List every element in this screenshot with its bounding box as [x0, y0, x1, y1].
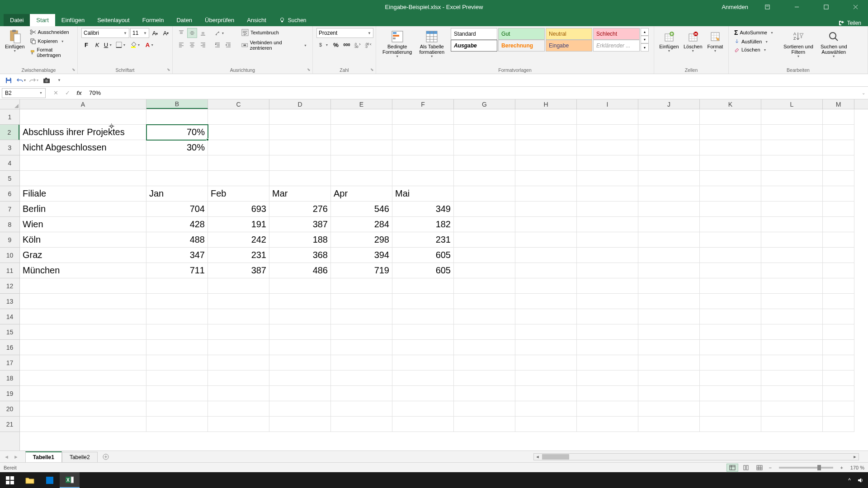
- tab-daten[interactable]: Daten: [170, 14, 198, 26]
- row-header-3[interactable]: 3: [0, 140, 19, 155]
- column-header-A[interactable]: A: [20, 99, 146, 109]
- undo-button[interactable]: ▼: [15, 75, 27, 86]
- cell-K2[interactable]: [700, 125, 761, 140]
- cell-H10[interactable]: [515, 248, 577, 263]
- cell-H9[interactable]: [515, 232, 577, 248]
- cell-D17[interactable]: [269, 355, 331, 371]
- cell-G1[interactable]: [454, 109, 515, 125]
- cell-M15[interactable]: [823, 324, 854, 340]
- cell-B14[interactable]: [146, 309, 208, 324]
- cell-L12[interactable]: [761, 278, 823, 294]
- cell-B15[interactable]: [146, 324, 208, 340]
- cell-K17[interactable]: [700, 355, 761, 371]
- cell-H5[interactable]: [515, 171, 577, 186]
- borders-button[interactable]: ▼: [114, 40, 127, 50]
- cell-B19[interactable]: [146, 386, 208, 401]
- font-color-button[interactable]: A▼: [143, 40, 156, 50]
- fill-color-button[interactable]: ▼: [128, 40, 142, 50]
- cell-M18[interactable]: [823, 371, 854, 386]
- font-dialog-launcher[interactable]: ⬊: [167, 67, 170, 72]
- cell-A14[interactable]: [20, 309, 146, 324]
- cell-L19[interactable]: [761, 386, 823, 401]
- number-format-combo[interactable]: Prozent▼: [316, 28, 373, 38]
- cell-J21[interactable]: [638, 417, 700, 432]
- cell-I4[interactable]: [577, 155, 638, 171]
- cell-M16[interactable]: [823, 340, 854, 355]
- row-header-15[interactable]: 15: [0, 324, 19, 340]
- cell-J10[interactable]: [638, 248, 700, 263]
- cut-button[interactable]: Ausschneiden: [28, 28, 74, 36]
- row-header-13[interactable]: 13: [0, 294, 19, 309]
- cell-B2[interactable]: 70%: [146, 125, 208, 140]
- cell-H20[interactable]: [515, 401, 577, 417]
- cell-A13[interactable]: [20, 294, 146, 309]
- cell-K16[interactable]: [700, 340, 761, 355]
- decrease-decimal-button[interactable]: ,00,0: [363, 40, 373, 50]
- cell-H1[interactable]: [515, 109, 577, 125]
- cell-E16[interactable]: [331, 340, 392, 355]
- cell-L17[interactable]: [761, 355, 823, 371]
- zoom-level[interactable]: 170 %: [850, 465, 864, 470]
- cell-D18[interactable]: [269, 371, 331, 386]
- normal-view-button[interactable]: [726, 464, 738, 472]
- cell-F4[interactable]: [392, 155, 454, 171]
- cell-M9[interactable]: [823, 232, 854, 248]
- sheet-nav-prev[interactable]: ►: [12, 454, 20, 460]
- cell-F1[interactable]: [392, 109, 454, 125]
- cell-C17[interactable]: [208, 355, 269, 371]
- cell-G5[interactable]: [454, 171, 515, 186]
- cell-L7[interactable]: [761, 202, 823, 217]
- zoom-out-button[interactable]: −: [767, 465, 774, 470]
- clear-button[interactable]: Löschen▼: [732, 46, 775, 53]
- cell-C15[interactable]: [208, 324, 269, 340]
- cell-L5[interactable]: [761, 171, 823, 186]
- cell-E17[interactable]: [331, 355, 392, 371]
- name-box[interactable]: B2▼: [2, 88, 46, 98]
- cell-G20[interactable]: [454, 401, 515, 417]
- row-header-16[interactable]: 16: [0, 340, 19, 355]
- cell-G8[interactable]: [454, 217, 515, 232]
- cell-B20[interactable]: [146, 401, 208, 417]
- row-header-20[interactable]: 20: [0, 401, 19, 417]
- row-header-11[interactable]: 11: [0, 263, 19, 278]
- fill-button[interactable]: Ausfüllen▼: [732, 38, 775, 45]
- cancel-formula-button[interactable]: ✕: [50, 88, 61, 98]
- cell-D7[interactable]: 276: [269, 202, 331, 217]
- volume-icon[interactable]: [857, 477, 863, 483]
- cell-C6[interactable]: Feb: [208, 186, 269, 202]
- cell-D20[interactable]: [269, 401, 331, 417]
- cell-A16[interactable]: [20, 340, 146, 355]
- page-break-view-button[interactable]: [754, 464, 765, 472]
- styles-gallery-more[interactable]: ▾: [641, 43, 649, 52]
- cell-L15[interactable]: [761, 324, 823, 340]
- expand-formula-bar-button[interactable]: ⌄: [859, 90, 868, 95]
- styles-scroll-up[interactable]: ▴: [641, 28, 649, 36]
- cell-K7[interactable]: [700, 202, 761, 217]
- cell-E2[interactable]: [331, 125, 392, 140]
- cell-D15[interactable]: [269, 324, 331, 340]
- cell-I3[interactable]: [577, 140, 638, 155]
- cell-K14[interactable]: [700, 309, 761, 324]
- share-button[interactable]: Teilen: [847, 20, 861, 26]
- find-select-button[interactable]: Suchen und Auswählen▼: [818, 28, 850, 59]
- cell-K4[interactable]: [700, 155, 761, 171]
- cell-I18[interactable]: [577, 371, 638, 386]
- row-header-10[interactable]: 10: [0, 248, 19, 263]
- cell-K18[interactable]: [700, 371, 761, 386]
- cell-M17[interactable]: [823, 355, 854, 371]
- cell-H13[interactable]: [515, 294, 577, 309]
- cell-E8[interactable]: 284: [331, 217, 392, 232]
- tab-einfuegen[interactable]: Einfügen: [55, 14, 91, 26]
- cell-D9[interactable]: 188: [269, 232, 331, 248]
- tab-formeln[interactable]: Formeln: [136, 14, 170, 26]
- cell-J20[interactable]: [638, 401, 700, 417]
- cell-L13[interactable]: [761, 294, 823, 309]
- formula-input[interactable]: 70%: [86, 88, 857, 98]
- cell-F21[interactable]: [392, 417, 454, 432]
- cell-F18[interactable]: [392, 371, 454, 386]
- cell-I13[interactable]: [577, 294, 638, 309]
- cell-J5[interactable]: [638, 171, 700, 186]
- column-header-M[interactable]: M: [823, 99, 854, 109]
- cell-F12[interactable]: [392, 278, 454, 294]
- page-layout-view-button[interactable]: [740, 464, 752, 472]
